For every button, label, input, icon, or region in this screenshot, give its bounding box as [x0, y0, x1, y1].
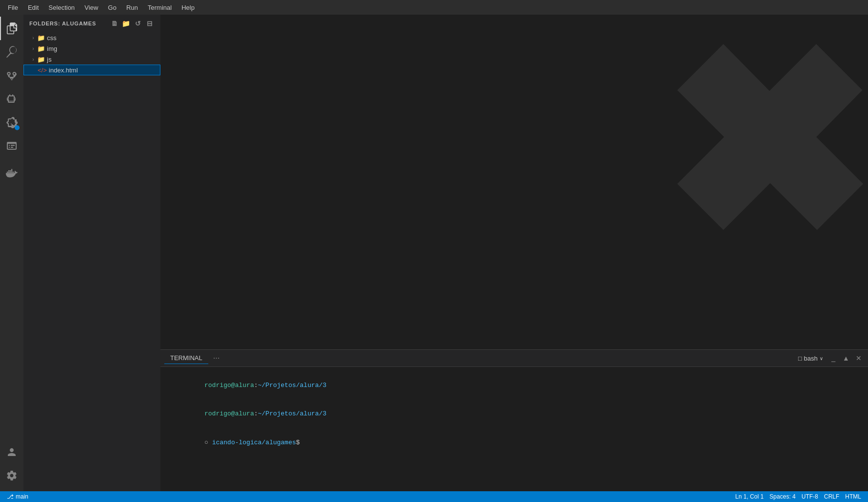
folder-icon-img: 📁 — [37, 45, 45, 52]
terminal-more-button[interactable]: ··· — [210, 352, 223, 365]
terminal-shell-icon: □ — [798, 355, 802, 362]
eol-text: CRLF — [824, 493, 839, 500]
terminal-cursor-dot: ○ — [204, 439, 212, 446]
activity-docker[interactable] — [0, 161, 23, 185]
menu-go[interactable]: Go — [104, 3, 120, 12]
status-bar: ⎇ main Ln 1, Col 1 Spaces: 4 UTF-8 CRLF … — [0, 491, 868, 502]
editor-area: TERMINAL ··· □ bash ∨ ⎯ ▲ ✕ rodrigo@alur… — [160, 15, 868, 491]
activity-run-debug[interactable] — [0, 87, 23, 111]
activity-search[interactable] — [0, 40, 23, 64]
tree-item-label-index-html: index.html — [49, 67, 78, 74]
menu-view[interactable]: View — [81, 3, 102, 12]
terminal-prompt-1: rodrigo@alura — [204, 382, 254, 389]
refresh-button[interactable]: ↺ — [133, 19, 143, 28]
chevron-right-icon: › — [29, 45, 37, 52]
activity-remote-explorer[interactable] — [0, 134, 23, 158]
terminal-dollar: $ — [296, 439, 304, 446]
sidebar-actions: 🗎 📁 ↺ ⊟ — [110, 19, 155, 28]
terminal-line-1: rodrigo@alura:~/Projetos/alura/3 — [166, 371, 862, 400]
activity-account[interactable] — [0, 440, 23, 464]
extensions-badge — [15, 125, 20, 130]
menu-edit[interactable]: Edit — [24, 3, 43, 12]
tree-item-css[interactable]: › 📁 css — [23, 32, 160, 43]
terminal-tab[interactable]: TERMINAL — [164, 352, 208, 364]
terminal-line-3: ○ icando-logica/alugames$ — [166, 428, 862, 457]
activity-explorer[interactable] — [0, 17, 23, 40]
tree-item-label-js: js — [47, 56, 51, 63]
chevron-right-icon: › — [29, 34, 37, 42]
menu-selection[interactable]: Selection — [45, 3, 78, 12]
terminal-panel: TERMINAL ··· □ bash ∨ ⎯ ▲ ✕ rodrigo@alur… — [160, 349, 868, 491]
spaces-text: Spaces: 4 — [770, 493, 796, 500]
new-file-button[interactable]: 🗎 — [110, 19, 119, 28]
status-bar-right: Ln 1, Col 1 Spaces: 4 UTF-8 CRLF HTML — [733, 491, 864, 502]
tree-item-label-css: css — [47, 34, 57, 42]
terminal-header: TERMINAL ··· □ bash ∨ ⎯ ▲ ✕ — [160, 350, 868, 367]
branch-icon: ⎇ — [7, 493, 14, 500]
activity-bar — [0, 15, 23, 491]
menu-help[interactable]: Help — [178, 3, 199, 12]
terminal-shell-label: bash — [804, 355, 818, 362]
main-area: FOLDERS: ALUGAMES 🗎 📁 ↺ ⊟ › 📁 css › 📁 im… — [0, 15, 868, 491]
menu-file[interactable]: File — [4, 3, 22, 12]
status-eol[interactable]: CRLF — [821, 491, 842, 502]
terminal-path-2: ~/Projetos/alura/3 — [258, 410, 326, 417]
activity-bar-bottom — [0, 440, 23, 491]
menubar: File Edit Selection View Go Run Terminal… — [0, 0, 868, 15]
sidebar: FOLDERS: ALUGAMES 🗎 📁 ↺ ⊟ › 📁 css › 📁 im… — [23, 15, 160, 491]
folder-icon-css: 📁 — [37, 34, 45, 42]
terminal-right-actions: □ bash ∨ ⎯ ▲ ✕ — [795, 353, 864, 364]
file-tree: › 📁 css › 📁 img › 📁 js › </> index.html — [23, 32, 160, 491]
menu-run[interactable]: Run — [122, 3, 142, 12]
spacer: › — [30, 66, 38, 74]
status-line-col[interactable]: Ln 1, Col 1 — [733, 491, 767, 502]
editor-main — [160, 15, 868, 349]
tree-item-img[interactable]: › 📁 img — [23, 43, 160, 54]
chevron-right-icon: › — [29, 55, 37, 63]
new-folder-button[interactable]: 📁 — [121, 19, 131, 28]
status-spaces[interactable]: Spaces: 4 — [767, 491, 799, 502]
terminal-line-2: rodrigo@alura:~/Projetos/alura/3 — [166, 400, 862, 429]
terminal-body[interactable]: rodrigo@alura:~/Projetos/alura/3 rodrigo… — [160, 367, 868, 491]
activity-source-control[interactable] — [0, 64, 23, 87]
terminal-close-button[interactable]: ✕ — [853, 353, 864, 364]
line-col-text: Ln 1, Col 1 — [735, 493, 764, 500]
menu-terminal[interactable]: Terminal — [144, 3, 176, 12]
sidebar-header: FOLDERS: ALUGAMES 🗎 📁 ↺ ⊟ — [23, 15, 160, 32]
terminal-path-3: icando-logica/alugames — [212, 439, 296, 446]
tree-item-index-html[interactable]: › </> index.html — [23, 65, 160, 75]
collapse-button[interactable]: ⊟ — [145, 19, 155, 28]
tree-item-label-img: img — [47, 45, 57, 52]
terminal-maximize-button[interactable]: ▲ — [841, 353, 851, 364]
status-branch[interactable]: ⎇ main — [4, 491, 31, 502]
vscode-watermark — [672, 15, 868, 259]
status-encoding[interactable]: UTF-8 — [799, 491, 821, 502]
tree-item-js[interactable]: › 📁 js — [23, 54, 160, 65]
terminal-prompt-2: rodrigo@alura — [204, 410, 254, 417]
language-text: HTML — [845, 493, 861, 500]
activity-settings[interactable] — [0, 464, 23, 487]
encoding-text: UTF-8 — [801, 493, 818, 500]
activity-extensions[interactable] — [0, 111, 23, 134]
html-file-icon: </> — [38, 67, 47, 74]
status-language[interactable]: HTML — [842, 491, 864, 502]
terminal-path-1: ~/Projetos/alura/3 — [258, 382, 326, 389]
chevron-down-icon: ∨ — [820, 356, 823, 361]
terminal-split-button[interactable]: ⎯ — [828, 353, 839, 364]
folder-icon-js: 📁 — [37, 56, 45, 63]
sidebar-folder-title: FOLDERS: ALUGAMES — [29, 21, 96, 26]
terminal-shell-selector[interactable]: □ bash ∨ — [795, 354, 826, 363]
branch-name: main — [16, 493, 28, 500]
